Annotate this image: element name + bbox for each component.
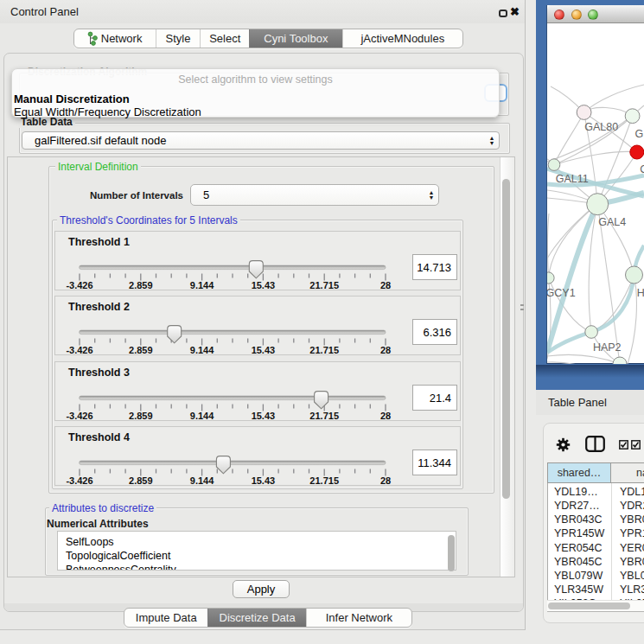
svg-text:GAL4: GAL4 — [598, 216, 626, 228]
svg-text:GCY1: GCY1 — [547, 287, 576, 299]
svg-text:H: H — [637, 287, 644, 299]
svg-text:GAL11: GAL11 — [556, 173, 589, 185]
svg-text:HAP2: HAP2 — [593, 341, 622, 354]
svg-text:G: G — [640, 163, 644, 175]
svg-text:G: G — [635, 128, 644, 140]
svg-text:GAL80: GAL80 — [584, 121, 618, 133]
